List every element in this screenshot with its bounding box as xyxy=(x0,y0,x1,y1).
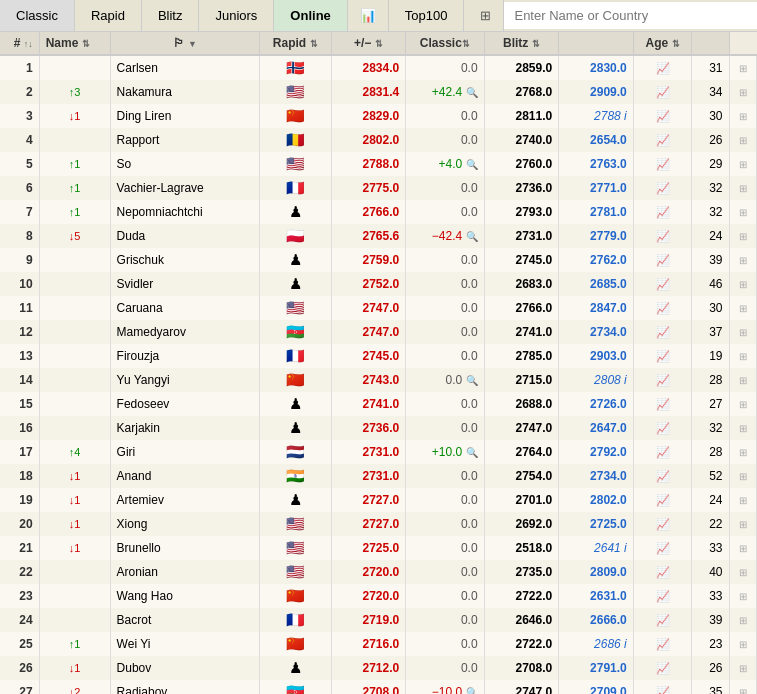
col-header-classic[interactable]: Classic⇅ xyxy=(406,32,484,55)
col-header-diff[interactable]: +/− ⇅ xyxy=(331,32,406,55)
detail-cell[interactable]: ⊞ xyxy=(729,512,756,536)
name-cell[interactable]: Ding Liren xyxy=(110,104,259,128)
col-header-rapid[interactable]: Rapid ⇅ xyxy=(259,32,331,55)
tab-chart[interactable]: 📊 xyxy=(348,0,389,31)
tab-online[interactable]: Online xyxy=(274,0,347,31)
name-cell[interactable]: Wang Hao xyxy=(110,584,259,608)
sparkline-cell[interactable]: 📈 xyxy=(633,272,691,296)
name-cell[interactable]: Brunello xyxy=(110,536,259,560)
detail-cell[interactable]: ⊞ xyxy=(729,680,756,694)
filter-icon[interactable]: ⊞ xyxy=(468,0,504,31)
col-header-name[interactable]: Name ⇅ xyxy=(39,32,110,55)
sparkline-cell[interactable]: 📈 xyxy=(633,296,691,320)
sparkline-cell[interactable]: 📈 xyxy=(633,176,691,200)
tab-blitz[interactable]: Blitz xyxy=(142,0,200,31)
detail-cell[interactable]: ⊞ xyxy=(729,248,756,272)
name-cell[interactable]: Firouzja xyxy=(110,344,259,368)
sparkline-cell[interactable]: 📈 xyxy=(633,536,691,560)
sparkline-cell[interactable]: 📈 xyxy=(633,584,691,608)
name-cell[interactable]: Aronian xyxy=(110,560,259,584)
sparkline-cell[interactable]: 📈 xyxy=(633,464,691,488)
name-cell[interactable]: So xyxy=(110,152,259,176)
detail-cell[interactable]: ⊞ xyxy=(729,392,756,416)
col-header-flag[interactable]: 🏳 ▼ xyxy=(110,32,259,55)
sparkline-cell[interactable]: 📈 xyxy=(633,368,691,392)
detail-cell[interactable]: ⊞ xyxy=(729,560,756,584)
name-cell[interactable]: Dubov xyxy=(110,656,259,680)
name-cell[interactable]: Mamedyarov xyxy=(110,320,259,344)
sparkline-cell[interactable]: 📈 xyxy=(633,488,691,512)
sparkline-cell[interactable]: 📈 xyxy=(633,320,691,344)
sparkline-cell[interactable]: 📈 xyxy=(633,104,691,128)
name-cell[interactable]: Carlsen xyxy=(110,55,259,80)
detail-cell[interactable]: ⊞ xyxy=(729,536,756,560)
name-cell[interactable]: Yu Yangyi xyxy=(110,368,259,392)
tab-top100[interactable]: Top100 xyxy=(389,0,465,31)
magnify-icon[interactable]: 🔍 xyxy=(466,375,478,386)
sparkline-cell[interactable]: 📈 xyxy=(633,200,691,224)
name-cell[interactable]: Rapport xyxy=(110,128,259,152)
magnify-icon[interactable]: 🔍 xyxy=(466,687,478,694)
name-cell[interactable]: Karjakin xyxy=(110,416,259,440)
sparkline-cell[interactable]: 📈 xyxy=(633,416,691,440)
detail-cell[interactable]: ⊞ xyxy=(729,488,756,512)
sparkline-cell[interactable]: 📈 xyxy=(633,632,691,656)
name-cell[interactable]: Giri xyxy=(110,440,259,464)
sparkline-cell[interactable]: 📈 xyxy=(633,248,691,272)
tab-juniors[interactable]: Juniors xyxy=(199,0,274,31)
detail-cell[interactable]: ⊞ xyxy=(729,416,756,440)
detail-cell[interactable]: ⊞ xyxy=(729,464,756,488)
magnify-icon[interactable]: 🔍 xyxy=(466,231,478,242)
detail-cell[interactable]: ⊞ xyxy=(729,224,756,248)
sparkline-cell[interactable]: 📈 xyxy=(633,55,691,80)
name-cell[interactable]: Grischuk xyxy=(110,248,259,272)
tab-rapid[interactable]: Rapid xyxy=(75,0,142,31)
sparkline-cell[interactable]: 📈 xyxy=(633,680,691,694)
sparkline-cell[interactable]: 📈 xyxy=(633,128,691,152)
detail-cell[interactable]: ⊞ xyxy=(729,104,756,128)
name-cell[interactable]: Fedoseev xyxy=(110,392,259,416)
detail-cell[interactable]: ⊞ xyxy=(729,152,756,176)
name-cell[interactable]: Nepomniachtchi xyxy=(110,200,259,224)
detail-cell[interactable]: ⊞ xyxy=(729,128,756,152)
col-header-age[interactable]: Age ⇅ xyxy=(633,32,691,55)
sparkline-cell[interactable]: 📈 xyxy=(633,656,691,680)
sparkline-cell[interactable]: 📈 xyxy=(633,152,691,176)
sparkline-cell[interactable]: 📈 xyxy=(633,80,691,104)
detail-cell[interactable]: ⊞ xyxy=(729,296,756,320)
detail-cell[interactable]: ⊞ xyxy=(729,272,756,296)
detail-cell[interactable]: ⊞ xyxy=(729,55,756,80)
detail-cell[interactable]: ⊞ xyxy=(729,608,756,632)
name-cell[interactable]: Nakamura xyxy=(110,80,259,104)
tab-classic[interactable]: Classic xyxy=(0,0,75,31)
detail-cell[interactable]: ⊞ xyxy=(729,176,756,200)
name-cell[interactable]: Radjabov xyxy=(110,680,259,694)
name-cell[interactable]: Vachier-Lagrave xyxy=(110,176,259,200)
name-cell[interactable]: Bacrot xyxy=(110,608,259,632)
magnify-icon[interactable]: 🔍 xyxy=(466,159,478,170)
detail-cell[interactable]: ⊞ xyxy=(729,344,756,368)
detail-cell[interactable]: ⊞ xyxy=(729,200,756,224)
sparkline-cell[interactable]: 📈 xyxy=(633,224,691,248)
name-cell[interactable]: Svidler xyxy=(110,272,259,296)
magnify-icon[interactable]: 🔍 xyxy=(466,447,478,458)
magnify-icon[interactable]: 🔍 xyxy=(466,87,478,98)
col-header-blitz[interactable]: Blitz ⇅ xyxy=(484,32,559,55)
name-cell[interactable]: Xiong xyxy=(110,512,259,536)
name-cell[interactable]: Duda xyxy=(110,224,259,248)
col-header-rank[interactable]: # ↑↓ xyxy=(0,32,39,55)
sparkline-cell[interactable]: 📈 xyxy=(633,344,691,368)
name-cell[interactable]: Caruana xyxy=(110,296,259,320)
sparkline-cell[interactable]: 📈 xyxy=(633,512,691,536)
detail-cell[interactable]: ⊞ xyxy=(729,440,756,464)
detail-cell[interactable]: ⊞ xyxy=(729,320,756,344)
name-cell[interactable]: Wei Yi xyxy=(110,632,259,656)
sparkline-cell[interactable]: 📈 xyxy=(633,608,691,632)
sparkline-cell[interactable]: 📈 xyxy=(633,440,691,464)
detail-cell[interactable]: ⊞ xyxy=(729,80,756,104)
name-cell[interactable]: Anand xyxy=(110,464,259,488)
sparkline-cell[interactable]: 📈 xyxy=(633,392,691,416)
detail-cell[interactable]: ⊞ xyxy=(729,656,756,680)
name-cell[interactable]: Artemiev xyxy=(110,488,259,512)
sparkline-cell[interactable]: 📈 xyxy=(633,560,691,584)
